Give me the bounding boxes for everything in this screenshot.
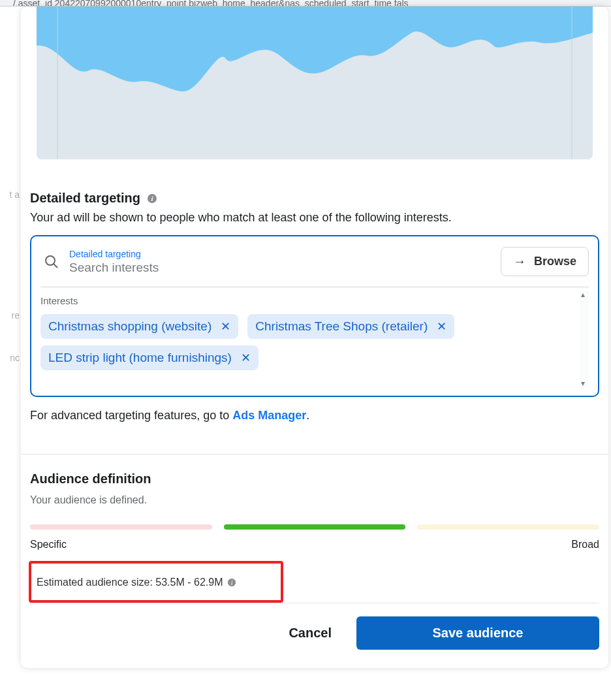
svg-line-6 (54, 264, 57, 268)
audience-subtitle: Your audience is defined. (30, 494, 601, 506)
info-icon[interactable]: i (147, 193, 157, 204)
bg-text: re (0, 310, 20, 321)
close-icon[interactable]: ✕ (241, 351, 251, 365)
save-audience-button[interactable]: Save audience (356, 616, 599, 650)
chip-label: Christmas shopping (website) (48, 319, 212, 334)
interests-header: Interests (40, 295, 576, 306)
chip-label: Christmas Tree Shops (retailer) (255, 319, 428, 334)
url-bar: /.asset_id 20422070992000010entry_point … (0, 0, 611, 7)
location-map[interactable] (37, 7, 593, 159)
svg-point-5 (46, 256, 55, 265)
svg-text:i: i (231, 579, 233, 586)
info-icon[interactable]: i (227, 577, 237, 588)
search-label: Detailed targeting (69, 249, 494, 259)
ads-manager-link[interactable]: Ads Manager (232, 409, 306, 422)
targeting-card: Detailed targeting i Your ad will be sho… (21, 7, 608, 668)
bg-text: t a (0, 189, 20, 200)
arrow-right-icon: → (513, 254, 526, 269)
interest-chip[interactable]: Christmas Tree Shops (retailer)✕ (247, 314, 454, 339)
audience-meter (30, 524, 599, 530)
targeting-box: Detailed targeting → Browse Interests Ch… (30, 235, 599, 397)
advanced-targeting-note: For advanced targeting features, go to A… (30, 409, 601, 422)
bg-text: nc (0, 353, 20, 363)
divider (30, 603, 599, 603)
meter-label-specific: Specific (30, 539, 67, 550)
meter-defined (224, 524, 406, 530)
chip-label: LED strip light (home furnishings) (48, 351, 232, 365)
browse-button[interactable]: → Browse (501, 247, 589, 276)
close-icon[interactable]: ✕ (221, 319, 230, 334)
interest-chip[interactable]: Christmas shopping (website)✕ (40, 314, 238, 339)
divider (21, 454, 608, 454)
meter-label-broad: Broad (571, 539, 599, 550)
detailed-targeting-title: Detailed targeting (30, 191, 140, 206)
cancel-button[interactable]: Cancel (283, 618, 337, 648)
browse-label: Browse (534, 255, 576, 268)
estimated-audience: Estimated audience size: 53.5M - 62.9M i (29, 561, 283, 603)
detailed-targeting-subtitle: Your ad will be shown to people who matc… (30, 211, 601, 225)
search-input[interactable] (69, 261, 494, 275)
search-icon (40, 254, 63, 270)
meter-broad (417, 524, 599, 530)
close-icon[interactable]: ✕ (437, 319, 446, 334)
scrollbar[interactable] (580, 291, 589, 387)
interest-chip[interactable]: LED strip light (home furnishings)✕ (40, 345, 258, 370)
meter-specific (30, 524, 212, 530)
audience-title: Audience definition (30, 471, 601, 486)
